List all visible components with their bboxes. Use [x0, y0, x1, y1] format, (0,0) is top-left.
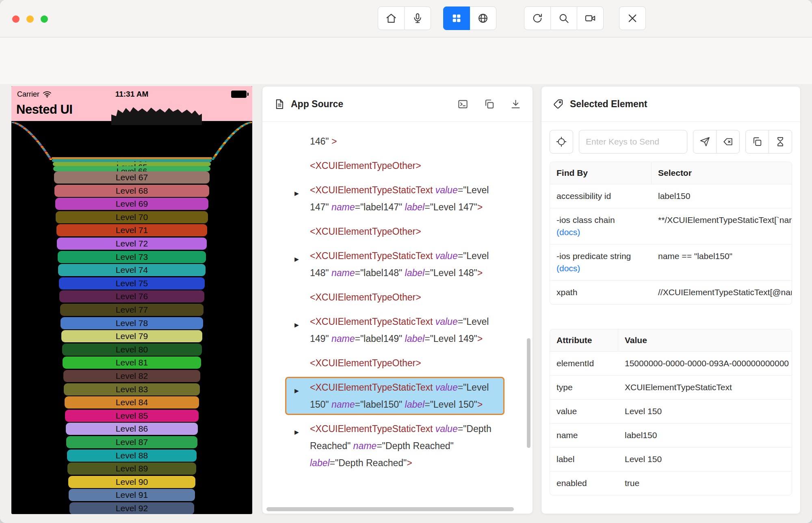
selector-cell: label150 — [652, 184, 792, 208]
app-source-panel: App Source 146" ><XCUIElementTypeOther>▶… — [262, 86, 533, 514]
docs-link[interactable]: (docs) — [556, 264, 645, 273]
quit-session-button[interactable] — [619, 6, 646, 30]
expand-arrow-icon[interactable]: ▶ — [294, 185, 299, 202]
attribute-value-cell: 15000000-0000-0000-093A-000000000000 — [618, 352, 792, 375]
expand-arrow-icon[interactable]: ▶ — [294, 382, 299, 399]
screenshot-level-element[interactable]: Level 82 — [63, 370, 201, 382]
close-x-icon — [627, 13, 638, 24]
search-button[interactable] — [550, 6, 577, 30]
screenshot-level-element[interactable]: Level 92 — [69, 502, 194, 514]
attribute-rows: elementId15000000-0000-0000-093A-0000000… — [550, 351, 792, 495]
close-window-button[interactable] — [12, 15, 19, 23]
screenshot-level-element[interactable]: Level 70 — [56, 211, 208, 223]
source-tree-node[interactable]: ▶<XCUIElementTypeStaticText value="Level… — [285, 245, 505, 283]
element-utility-group — [745, 130, 792, 153]
copy-attributes-button[interactable] — [745, 130, 769, 153]
send-keys-input[interactable] — [579, 130, 687, 153]
screenshot-level-element[interactable]: Level 77 — [60, 304, 204, 316]
traffic-lights — [12, 15, 48, 23]
wait-for-element-button[interactable] — [769, 130, 792, 153]
expand-arrow-icon[interactable]: ▶ — [294, 424, 299, 441]
minimize-window-button[interactable] — [26, 15, 34, 23]
screenshot-level-element[interactable]: Level 79 — [61, 330, 202, 342]
device-screenshot[interactable]: Carrier 11:31 AM Nested UI Level 63Level… — [11, 86, 252, 514]
attribute-row: valueLevel 150 — [550, 399, 792, 423]
find-by-row: accessibility idlabel150 — [550, 184, 792, 208]
refresh-button[interactable] — [524, 6, 551, 30]
copy-icon — [752, 136, 762, 147]
copy-icon[interactable] — [484, 99, 495, 110]
send-keys-button[interactable] — [693, 130, 717, 153]
screenshot-level-element[interactable]: Level 88 — [67, 450, 197, 462]
source-tree-node[interactable]: <XCUIElementTypeOther> — [285, 155, 505, 176]
screenshot-level-element[interactable]: Level 78 — [61, 317, 203, 329]
toolbar-group-quit — [619, 6, 646, 30]
attribute-name-cell: name — [550, 424, 618, 447]
download-icon[interactable] — [510, 99, 521, 110]
terminal-icon[interactable] — [457, 99, 468, 110]
expand-arrow-icon[interactable]: ▶ — [294, 316, 299, 333]
screenshot-level-element[interactable]: Level 87 — [66, 436, 197, 448]
home-button[interactable] — [378, 6, 405, 30]
screenshot-level-element[interactable]: Level 81 — [63, 357, 201, 369]
microphone-button[interactable] — [404, 6, 431, 30]
screenshot-level-element[interactable]: Level 66 — [53, 166, 210, 171]
crosshair-icon — [556, 136, 567, 147]
screenshot-level-element[interactable]: Level 73 — [58, 251, 206, 263]
horizontal-scrollbar[interactable] — [266, 507, 514, 511]
globe-button[interactable] — [470, 6, 496, 30]
attribute-value-cell: true — [618, 471, 792, 495]
app-source-title: App Source — [291, 99, 343, 110]
vertical-scrollbar[interactable] — [527, 338, 531, 448]
status-bar: Carrier 11:31 AM — [11, 86, 252, 102]
screenshot-level-element[interactable]: Level 67 — [54, 171, 210, 184]
expand-arrow-icon[interactable]: ▶ — [294, 251, 299, 268]
zoom-window-button[interactable] — [41, 15, 48, 23]
screenshot-level-element[interactable]: Level 80 — [62, 344, 202, 356]
level-silhouette — [111, 107, 202, 125]
source-tree-node[interactable]: ▶<XCUIElementTypeStaticText value="Level… — [285, 179, 505, 218]
home-icon — [385, 13, 397, 24]
screenshot-level-element[interactable]: Level 91 — [69, 489, 195, 501]
document-icon — [274, 99, 285, 110]
screenshot-level-element[interactable]: Level 75 — [59, 277, 205, 290]
attributes-table: Attribute Value elementId15000000-0000-0… — [550, 329, 792, 495]
screenshot-level-element[interactable]: Level 84 — [65, 396, 199, 408]
source-tree-node[interactable]: ▶<XCUIElementTypeStaticText value="Depth… — [285, 418, 505, 473]
screenshot-level-element[interactable]: Level 76 — [59, 290, 204, 303]
source-tree-node[interactable]: ▶<XCUIElementTypeStaticText value="Level… — [285, 377, 505, 415]
source-tree-node[interactable]: <XCUIElementTypeOther> — [285, 287, 505, 308]
microphone-icon — [412, 13, 423, 24]
screenshot-level-element[interactable]: Level 89 — [67, 462, 196, 475]
find-by-key-cell: xpath — [550, 281, 652, 304]
attribute-row: elementId15000000-0000-0000-093A-0000000… — [550, 351, 792, 375]
screenshot-level-element[interactable]: Level 83 — [64, 383, 200, 395]
screenshot-level-element[interactable]: Level 86 — [66, 423, 198, 435]
apps-grid-button[interactable] — [443, 6, 470, 30]
selector-header-cell: Selector — [652, 162, 698, 184]
source-tree-node[interactable]: ▶<XCUIElementTypeStaticText value="Level… — [285, 311, 505, 349]
screenshot-level-element[interactable]: Level 68 — [54, 185, 209, 197]
screenshot-level-element[interactable]: Level 65 — [53, 162, 211, 166]
screenshot-level-element[interactable]: Level 74 — [58, 264, 205, 276]
source-tree-node[interactable]: <XCUIElementTypeOther> — [285, 221, 505, 242]
clear-field-button[interactable] — [716, 130, 740, 153]
clock-label: 11:31 AM — [11, 90, 252, 99]
screen-record-button[interactable] — [577, 6, 604, 30]
source-tree-node[interactable]: 146" > — [285, 131, 505, 152]
source-tree-node[interactable]: <XCUIElementTypeOther> — [285, 352, 505, 374]
app-window: SourceCommandsGesturesRecorderSession In… — [0, 0, 812, 523]
screenshot-level-element[interactable]: Level 90 — [68, 476, 196, 488]
app-source-header: App Source — [262, 86, 533, 122]
attribute-value-cell: XCUIElementTypeStaticText — [618, 376, 792, 399]
docs-link[interactable]: (docs) — [556, 227, 645, 237]
screenshot-level-element[interactable]: Level 69 — [55, 198, 209, 210]
selected-element-header: Selected Element — [541, 86, 800, 122]
screenshot-level-element[interactable]: Level 85 — [65, 410, 199, 422]
screenshot-level-element[interactable]: Level 72 — [57, 238, 206, 250]
screenshot-level-element[interactable]: Level 71 — [56, 224, 207, 236]
attribute-value-cell: Level 150 — [618, 400, 792, 423]
attribute-name-cell: enabled — [550, 471, 618, 495]
screenshot-level-element[interactable]: Level 64 — [52, 159, 212, 162]
locate-element-button[interactable] — [550, 130, 573, 153]
